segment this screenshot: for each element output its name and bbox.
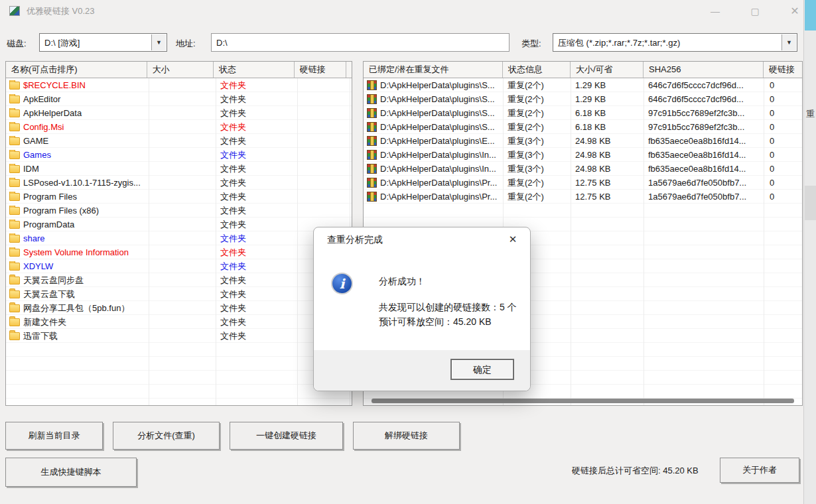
table-row[interactable]: Program Files文件夹 [6, 190, 352, 204]
info-icon: i [331, 273, 353, 294]
analyze-files-button[interactable]: 分析文件(查重) [113, 422, 220, 450]
background-partial-text: 重 [806, 108, 815, 120]
chevron-down-icon[interactable]: ▼ [782, 34, 796, 50]
table-row[interactable]: GAME文件夹 [6, 134, 352, 148]
header-size[interactable]: 大小 [147, 62, 214, 78]
create-hardlink-button[interactable]: 一键创建硬链接 [230, 422, 343, 450]
folder-name-cell: IDM [6, 164, 149, 174]
table-row[interactable]: D:\ApkHelperData\plugins\S...重复(2个)6.18 … [364, 120, 802, 134]
status-cell: 文件夹 [216, 149, 297, 161]
header-status[interactable]: 状态 [214, 62, 295, 78]
folder-name-cell: LSPosed-v1.10.1-7115-zygis... [6, 178, 149, 188]
links-cell: 0 [764, 178, 802, 188]
table-row[interactable]: ProgramData文件夹 [6, 218, 352, 231]
table-row[interactable]: 迅雷下载文件夹 [6, 329, 352, 343]
folder-icon [9, 137, 20, 145]
table-row[interactable]: Config.Msi文件夹 [6, 120, 352, 134]
table-row[interactable]: D:\ApkHelperData\plugins\S...重复(2个)1.29 … [364, 92, 802, 106]
unbind-hardlink-button[interactable]: 解绑硬链接 [353, 422, 460, 450]
disk-select[interactable]: D:\ [游戏] ▼ [39, 33, 167, 52]
folder-name-cell: GAME [6, 136, 149, 146]
archive-file-icon [367, 150, 377, 160]
folder-icon [9, 332, 20, 340]
address-input[interactable] [211, 33, 510, 52]
folder-name-cell: 天翼云盘同步盘 [6, 275, 149, 286]
table-row[interactable]: ApkHelperData文件夹 [6, 106, 352, 120]
generate-script-button[interactable]: 生成快捷键脚本 [5, 458, 137, 487]
header-sha256[interactable]: SHA256 [644, 62, 764, 78]
about-author-button[interactable]: 关于作者 [720, 458, 799, 483]
folder-icon [9, 193, 20, 201]
status-cell: 文件夹 [216, 302, 297, 314]
table-row[interactable]: D:\ApkHelperData\plugins\In...重复(3个)24.9… [364, 162, 802, 176]
table-row[interactable]: IDM文件夹 [6, 162, 352, 176]
table-row[interactable]: D:\ApkHelperData\plugins\In...重复(3个)24.9… [364, 148, 802, 162]
sha256-cell: 1a5679ae6d7fe050bfb7... [644, 192, 764, 202]
archive-file-icon [367, 108, 377, 118]
archive-file-icon [367, 136, 377, 146]
archive-file-icon [367, 164, 377, 174]
folder-icon [9, 95, 20, 103]
header-name[interactable]: 名称(可点击排序) [6, 62, 147, 78]
dialog-close-icon[interactable]: ✕ [504, 231, 522, 247]
size-savable-cell: 12.75 KB [571, 192, 644, 202]
size-savable-cell: 1.29 KB [571, 94, 644, 104]
chevron-down-icon[interactable]: ▼ [151, 34, 166, 50]
folder-icon [9, 235, 20, 243]
total-savings-label: 硬链接后总计可省空间: 45.20 KB [572, 465, 699, 477]
sha256-cell: 97c91b5cc7689ef2fc3b... [644, 122, 764, 132]
header-status-info[interactable]: 状态信息 [503, 62, 571, 78]
minimize-button[interactable]: — [702, 3, 728, 20]
status-cell: 文件夹 [216, 107, 297, 119]
status-cell: 文件夹 [216, 94, 297, 105]
header-links[interactable]: 硬链接 [764, 62, 802, 78]
file-path-cell: D:\ApkHelperData\plugins\S... [364, 94, 503, 104]
table-row[interactable]: D:\ApkHelperData\plugins\Pr...重复(2个)12.7… [364, 176, 802, 190]
size-savable-cell: 24.98 KB [571, 136, 644, 146]
table-row[interactable]: share文件夹 [6, 231, 352, 245]
table-row[interactable]: XDYLW文件夹 [6, 259, 352, 273]
table-row[interactable]: Program Files (x86)文件夹 [6, 204, 352, 218]
status-cell: 文件夹 [216, 261, 297, 273]
header-size-savable[interactable]: 大小/可省 [571, 62, 644, 78]
type-select[interactable]: 压缩包 (*.zip;*.rar;*.7z;*.tar;*.gz) ▼ [553, 33, 797, 52]
status-cell: 文件夹 [216, 205, 297, 217]
table-row[interactable]: D:\ApkHelperData\plugins\Pr...重复(2个)12.7… [364, 190, 802, 204]
table-row[interactable]: D:\ApkHelperData\plugins\E...重复(3个)24.98… [364, 134, 802, 148]
status-info-cell: 重复(2个) [503, 107, 571, 119]
table-row[interactable]: $RECYCLE.BIN文件夹 [6, 78, 352, 92]
table-row[interactable]: LSPosed-v1.10.1-7115-zygis...文件夹 [6, 176, 352, 190]
links-cell: 0 [764, 136, 802, 146]
maximize-button[interactable]: ▢ [742, 3, 768, 20]
table-row[interactable]: System Volume Information文件夹 [6, 245, 352, 259]
status-info-cell: 重复(3个) [503, 135, 571, 147]
table-row[interactable]: 天翼云盘同步盘文件夹 [6, 273, 352, 287]
header-path[interactable]: 已绑定/潜在重复文件 [364, 62, 503, 78]
refresh-directory-button[interactable]: 刷新当前目录 [5, 422, 103, 450]
folder-icon [9, 165, 20, 173]
table-row[interactable]: 天翼云盘下载文件夹 [6, 287, 352, 301]
size-savable-cell: 12.75 KB [571, 178, 644, 188]
table-row[interactable]: ApkEditor文件夹 [6, 92, 352, 106]
table-row[interactable]: D:\ApkHelperData\plugins\S...重复(2个)1.29 … [364, 78, 802, 92]
file-path-cell: D:\ApkHelperData\plugins\S... [364, 122, 503, 132]
status-cell: 文件夹 [216, 191, 297, 203]
folder-name-cell: XDYLW [6, 261, 149, 271]
header-links[interactable]: 硬链接 [295, 62, 346, 78]
ok-button[interactable]: 确定 [450, 359, 514, 380]
table-row[interactable]: 网盘分享工具包（5pb.fun）文件夹 [6, 301, 352, 315]
status-info-cell: 重复(2个) [503, 121, 571, 133]
sha256-cell: fb635aece0ea8b16fd14... [644, 164, 764, 174]
table-row[interactable]: D:\ApkHelperData\plugins\S...重复(2个)6.18 … [364, 106, 802, 120]
type-label: 类型: [521, 38, 541, 50]
folder-name-cell: ProgramData [6, 220, 149, 229]
size-savable-cell: 24.98 KB [571, 164, 644, 174]
horizontal-scrollbar[interactable] [372, 399, 794, 403]
close-button[interactable]: ✕ [782, 3, 808, 20]
folder-name-cell: 天翼云盘下载 [6, 288, 149, 300]
table-row[interactable]: Games文件夹 [6, 148, 352, 162]
size-savable-cell: 1.29 KB [571, 80, 644, 90]
window-title: 优雅硬链接 V0.23 [27, 5, 95, 17]
table-row[interactable]: 新建文件夹文件夹 [6, 315, 352, 329]
status-cell: 文件夹 [216, 233, 297, 245]
